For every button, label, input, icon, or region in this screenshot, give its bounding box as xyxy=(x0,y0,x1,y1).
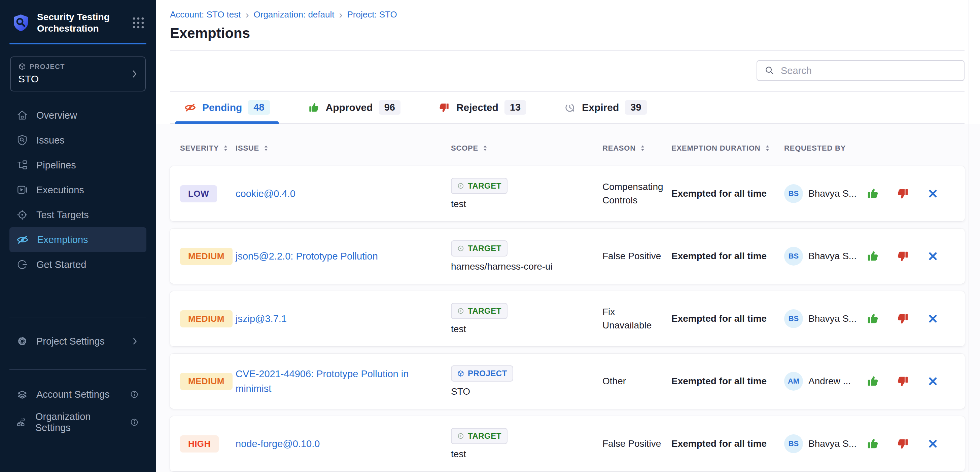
column-header-scope: SCOPE xyxy=(451,144,602,153)
scope-badge: TARGET xyxy=(451,240,508,257)
thumbs-up-icon xyxy=(866,187,880,200)
eye-slash-icon xyxy=(184,101,196,114)
sidebar-item-label: Test Targets xyxy=(37,209,89,220)
status-tabs: Pending 48 Approved 96 Rejected 13 xyxy=(170,92,964,124)
sidebar-item-test-targets[interactable]: Test Targets xyxy=(10,203,146,227)
cancel-request-button[interactable] xyxy=(926,312,939,325)
sidebar-item-label: Project Settings xyxy=(37,336,105,347)
reject-button[interactable] xyxy=(896,249,910,263)
reject-button[interactable] xyxy=(896,312,910,325)
sidebar-item-label: Exemptions xyxy=(37,234,88,246)
sidebar-item-label: Issues xyxy=(37,135,65,146)
cancel-request-button[interactable] xyxy=(926,250,939,263)
sort-icon[interactable] xyxy=(223,144,229,152)
sidebar-item-executions[interactable]: Executions xyxy=(10,177,146,203)
close-x-icon xyxy=(926,187,939,200)
sidebar-item-label: Overview xyxy=(37,110,77,121)
tab-pending[interactable]: Pending 48 xyxy=(175,92,278,123)
sidebar-item-account-settings[interactable]: Account Settings xyxy=(10,382,146,407)
tab-label: Expired xyxy=(582,102,619,113)
severity-badge: MEDIUM xyxy=(180,373,232,390)
thumbs-up-icon xyxy=(866,249,880,263)
app-grid-icon[interactable] xyxy=(131,16,146,30)
sort-icon[interactable] xyxy=(482,144,488,152)
cube-icon xyxy=(18,63,26,71)
scope-badge: PROJECT xyxy=(451,366,513,382)
tab-count-badge: 96 xyxy=(379,100,401,115)
issue-link[interactable]: json5@2.2.0: Prototype Pollution xyxy=(235,251,378,261)
approve-button[interactable] xyxy=(866,437,880,450)
cancel-request-button[interactable] xyxy=(926,187,939,200)
column-header-severity: SEVERITY xyxy=(170,144,235,153)
sidebar-item-exemptions[interactable]: Exemptions xyxy=(10,227,146,252)
reject-button[interactable] xyxy=(896,187,910,200)
requested-by-name: Bhavya S... xyxy=(808,251,856,261)
breadcrumb-project[interactable]: Project: STO xyxy=(347,10,397,20)
sidebar-item-issues[interactable]: Issues xyxy=(10,128,146,153)
thumbs-down-icon xyxy=(896,312,910,325)
breadcrumb-account[interactable]: Account: STO test xyxy=(170,10,241,20)
sidebar-item-overview[interactable]: Overview xyxy=(10,103,146,128)
approve-button[interactable] xyxy=(866,312,880,325)
sort-icon[interactable] xyxy=(263,144,269,152)
issue-link[interactable]: cookie@0.4.0 xyxy=(235,188,296,199)
chevron-right-icon xyxy=(130,69,140,79)
reason-text: Other xyxy=(602,374,671,388)
cube-icon xyxy=(457,370,465,377)
exemption-duration-text: Exempted for all time xyxy=(671,376,784,386)
tab-rejected[interactable]: Rejected 13 xyxy=(430,92,535,123)
cancel-request-button[interactable] xyxy=(926,437,939,450)
issue-link[interactable]: CVE-2021-44906: Prototype Pollution in m… xyxy=(235,369,409,394)
sort-icon[interactable] xyxy=(765,144,770,152)
scope-name: harness/harness-core-ui xyxy=(451,261,553,272)
home-icon xyxy=(16,109,28,121)
sidebar-item-project-settings[interactable]: Project Settings xyxy=(10,329,146,354)
avatar: BS xyxy=(784,247,803,266)
sidebar-nav: Overview Issues Pipelines Executions xyxy=(0,103,156,435)
module-accent-bar xyxy=(10,43,146,44)
clock-expired-icon xyxy=(564,101,576,114)
thumbs-down-icon xyxy=(896,437,910,450)
tab-count-badge: 39 xyxy=(625,100,646,115)
project-selector-label: PROJECT xyxy=(30,63,65,71)
tab-approved[interactable]: Approved 96 xyxy=(299,92,409,123)
org-chart-gear-icon xyxy=(16,416,27,428)
target-icon xyxy=(457,245,465,252)
approve-button[interactable] xyxy=(866,187,880,200)
sort-icon[interactable] xyxy=(640,144,646,152)
target-icon xyxy=(457,307,465,315)
reason-text: False Positive xyxy=(602,249,671,263)
requested-by-name: Bhavya S... xyxy=(808,439,856,449)
close-x-icon xyxy=(926,250,939,263)
severity-badge: MEDIUM xyxy=(180,248,232,265)
breadcrumb-organization[interactable]: Organization: default xyxy=(254,10,334,20)
sidebar-item-pipelines[interactable]: Pipelines xyxy=(10,153,146,177)
reject-button[interactable] xyxy=(896,437,910,450)
search-box xyxy=(757,60,964,81)
thumbs-up-icon xyxy=(866,312,880,325)
table-row: HIGH node-forge@0.10.0 TARGET test False… xyxy=(170,416,965,471)
reject-button[interactable] xyxy=(896,374,910,388)
sidebar-item-organization-settings[interactable]: Organization Settings xyxy=(10,410,146,435)
issue-link[interactable]: jszip@3.7.1 xyxy=(235,313,287,324)
thumbs-up-icon xyxy=(308,101,320,114)
approve-button[interactable] xyxy=(866,249,880,263)
info-icon[interactable] xyxy=(129,417,140,428)
tab-expired[interactable]: Expired 39 xyxy=(555,92,655,123)
thumbs-down-icon xyxy=(896,249,910,263)
sidebar-item-get-started[interactable]: Get Started xyxy=(10,252,146,277)
sidebar-divider xyxy=(10,369,146,370)
app-title: Security Testing Orchestration xyxy=(37,11,115,34)
tab-count-badge: 48 xyxy=(248,100,270,115)
project-selector[interactable]: PROJECT STO xyxy=(10,57,146,92)
column-header-requested-by: REQUESTED BY xyxy=(784,144,863,153)
layers-gear-icon xyxy=(16,388,28,401)
sidebar-header: Security Testing Orchestration xyxy=(0,0,156,43)
scope-name: test xyxy=(451,449,466,459)
issue-link[interactable]: node-forge@0.10.0 xyxy=(235,439,320,449)
info-icon[interactable] xyxy=(129,389,140,400)
sto-shield-logo-icon xyxy=(11,13,30,33)
approve-button[interactable] xyxy=(866,374,880,388)
search-input[interactable] xyxy=(781,65,957,76)
cancel-request-button[interactable] xyxy=(926,375,939,388)
